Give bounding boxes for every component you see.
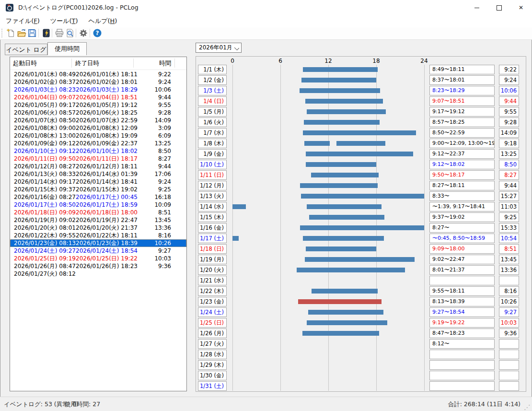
tab-usage-time[interactable]: 使用時間	[47, 42, 87, 55]
menu-item-h[interactable]: ヘルプ(H)	[84, 15, 122, 27]
day-label-1-7[interactable]: 1/7 (水)	[198, 128, 227, 138]
print-preview-icon	[65, 28, 75, 38]
new-file-button[interactable]	[6, 28, 16, 38]
day-label-1-20[interactable]: 1/20 (火)	[198, 265, 227, 275]
table-row[interactable]: 2026/01/04(日) 09:072026/01/04(日) 18:519:…	[10, 94, 186, 101]
duration-box: 9:24	[499, 75, 519, 85]
duration-box: 8:51	[499, 244, 519, 254]
open-button[interactable]	[17, 28, 26, 38]
table-row[interactable]: 2026/01/23(金) 08:132026/01/23(金) 18:3910…	[10, 239, 186, 247]
duration-box: 9:55	[499, 107, 519, 117]
day-label-1-6[interactable]: 1/6 (火)	[198, 117, 227, 127]
table-row[interactable]: 2026/01/10(土) 09:122026/01/10(土) 18:028:…	[10, 147, 186, 155]
day-label-1-28[interactable]: 1/28 (水)	[198, 350, 227, 359]
table-row[interactable]: 2026/01/06(火) 08:572026/01/06(火) 18:259:…	[10, 109, 186, 117]
maximize-button[interactable]	[488, 0, 510, 15]
menu-item-t[interactable]: ツール(T)	[46, 15, 83, 27]
table-row[interactable]: 2026/01/07(水) 08:502026/01/07(水) 22:5914…	[10, 117, 186, 124]
table-row[interactable]: 2026/01/13(火) 08:332026/01/14(水) 01:3917…	[10, 170, 186, 178]
event-log-button[interactable]	[41, 28, 51, 38]
time-range-box: 〜1:39, 9:17〜18:41	[429, 202, 495, 211]
day-label-1-17[interactable]: 1/17 (土)	[198, 234, 227, 243]
day-label-1-2[interactable]: 1/2 (金)	[198, 75, 227, 85]
list-header: 起動日時 終了日時 時間	[10, 57, 186, 70]
table-row[interactable]: 2026/01/09(金) 09:122026/01/09(金) 22:3713…	[10, 140, 186, 147]
table-row[interactable]: 2026/01/01(木) 08:492026/01/01(木) 18:119:…	[10, 70, 186, 78]
close-button[interactable]: ✕	[510, 0, 532, 15]
day-label-1-31[interactable]: 1/31 (土)	[198, 381, 227, 391]
start-datetime-cell: 2026/01/12(月) 08:27	[14, 163, 76, 170]
table-row[interactable]: 2026/01/25(日) 09:192026/01/25(日) 19:2210…	[10, 255, 186, 262]
table-row[interactable]: 2026/01/24(土) 09:272026/01/24(土) 18:549:…	[10, 247, 186, 255]
table-row[interactable]: 2026/01/22(木) 09:552026/01/22(木) 18:118:…	[10, 232, 186, 239]
help-button[interactable]: ?	[93, 28, 102, 38]
table-row[interactable]: 2026/01/19(月) 09:022026/01/19(月) 22:4713…	[10, 216, 186, 224]
time-range-box: 8:27〜	[429, 223, 495, 233]
duration-cell: 9:44	[158, 163, 171, 170]
column-header-duration[interactable]: 時間	[159, 59, 171, 68]
end-datetime-cell: 2026/01/05(月) 19:12	[76, 101, 138, 109]
day-label-1-3[interactable]: 1/3 (土)	[198, 86, 227, 95]
time-range-box: 8:13〜18:39	[429, 297, 495, 306]
column-header-end[interactable]: 終了日時	[75, 59, 99, 68]
day-label-1-13[interactable]: 1/13 (火)	[198, 191, 227, 201]
day-label-1-27[interactable]: 1/27 (火)	[198, 339, 227, 349]
toolbar-grip[interactable]	[1, 29, 2, 37]
day-label-1-10[interactable]: 1/10 (土)	[198, 160, 227, 169]
day-label-1-21[interactable]: 1/21 (水)	[198, 276, 227, 285]
table-row[interactable]: 2026/01/05(月) 09:172026/01/05(月) 19:129:…	[10, 101, 186, 109]
table-row[interactable]: 2026/01/17(土) 08:502026/01/17(土) 18:5910…	[10, 201, 186, 209]
print-preview-button[interactable]	[65, 28, 75, 38]
settings-button[interactable]	[79, 28, 88, 38]
save-button[interactable]	[27, 28, 37, 38]
resize-grip[interactable]: ⋰	[524, 403, 531, 411]
table-row[interactable]: 2026/01/12(月) 08:272026/01/12(月) 18:119:…	[10, 163, 186, 170]
header-separator[interactable]	[71, 59, 72, 68]
table-row[interactable]: 2026/01/18(日) 09:092026/01/18(日) 18:008:…	[10, 209, 186, 216]
table-row[interactable]: 2026/01/15(木) 09:372026/01/15(木) 19:029:…	[10, 186, 186, 193]
day-label-1-8[interactable]: 1/8 (木)	[198, 139, 227, 148]
tab-event-log[interactable]: イベント ログ	[5, 44, 47, 55]
day-label-1-9[interactable]: 1/9 (金)	[198, 149, 227, 159]
table-row[interactable]: 2026/01/08(木) 13:002026/01/08(木) 19:096:…	[10, 132, 186, 140]
day-label-1-22[interactable]: 1/22 (木)	[198, 286, 227, 296]
day-label-1-4[interactable]: 1/4 (日)	[198, 96, 227, 106]
day-label-1-1[interactable]: 1/1 (木)	[198, 65, 227, 74]
table-row[interactable]: 2026/01/27(火) 08:12	[10, 270, 186, 278]
day-label-1-23[interactable]: 1/23 (金)	[198, 297, 227, 306]
table-row[interactable]: 2026/01/02(金) 08:372026/01/02(金) 18:019:…	[10, 78, 186, 86]
day-label-1-30[interactable]: 1/30 (金)	[198, 371, 227, 380]
table-row[interactable]: 2026/01/03(土) 08:232026/01/03(土) 18:2910…	[10, 86, 186, 94]
header-separator[interactable]	[174, 59, 175, 68]
day-label-1-24[interactable]: 1/24 (土)	[198, 307, 227, 317]
minimize-button[interactable]	[466, 0, 488, 15]
start-datetime-cell: 2026/01/27(火) 08:12	[14, 270, 76, 278]
day-label-1-25[interactable]: 1/25 (日)	[198, 318, 227, 328]
day-label-1-29[interactable]: 1/29 (木)	[198, 360, 227, 370]
day-label-1-18[interactable]: 1/18 (日)	[198, 244, 227, 254]
print-button[interactable]	[55, 28, 64, 38]
day-label-1-15[interactable]: 1/15 (木)	[198, 212, 227, 222]
day-label-1-5[interactable]: 1/5 (月)	[198, 107, 227, 117]
duration-cell: 9:44	[158, 94, 171, 101]
table-row[interactable]: 2026/01/26(月) 08:472026/01/26(月) 18:239:…	[10, 262, 186, 270]
gridline	[280, 65, 281, 391]
day-label-1-16[interactable]: 1/16 (金)	[198, 223, 227, 233]
day-label-1-26[interactable]: 1/26 (月)	[198, 329, 227, 338]
time-range-box: 8:49〜18:11	[429, 65, 495, 74]
month-selector[interactable]: 2026年01月	[196, 43, 242, 53]
day-label-1-11[interactable]: 1/11 (日)	[198, 170, 227, 180]
table-row[interactable]: 2026/01/14(水) 09:172026/01/14(水) 18:419:…	[10, 178, 186, 186]
menu-item-f[interactable]: ファイル(F)	[1, 15, 45, 27]
end-datetime-cell: 2026/01/09(金) 22:37	[76, 140, 138, 147]
day-label-1-12[interactable]: 1/12 (月)	[198, 181, 227, 190]
table-row[interactable]: 2026/01/16(金) 08:272026/01/17(土) 00:4516…	[10, 193, 186, 201]
column-header-start[interactable]: 起動日時	[13, 59, 37, 68]
table-row[interactable]: 2026/01/11(日) 09:502026/01/11(日) 18:178:…	[10, 155, 186, 163]
day-label-1-14[interactable]: 1/14 (水)	[198, 202, 227, 211]
table-row[interactable]: 2026/01/20(火) 08:012026/01/20(火) 21:3713…	[10, 224, 186, 232]
table-row[interactable]: 2026/01/08(木) 09:002026/01/08(木) 12:093:…	[10, 124, 186, 132]
start-datetime-cell: 2026/01/25(日) 09:19	[14, 255, 76, 262]
day-label-1-19[interactable]: 1/19 (月)	[198, 255, 227, 264]
header-separator[interactable]	[133, 59, 134, 68]
